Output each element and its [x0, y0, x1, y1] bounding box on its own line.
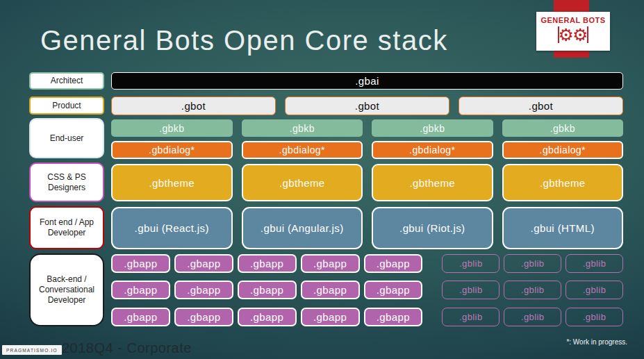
gbui-react-box: .gbui (React.js) [111, 207, 233, 249]
backend-row-2: .gbapp .gbapp .gbapp .gbapp .gbapp .gbli… [111, 281, 623, 299]
gbtheme-box: .gbtheme [502, 164, 624, 201]
row-gbdialog: .gbdialog* .gbdialog* .gbdialog* .gbdial… [111, 141, 623, 159]
row-gbot: .gbot .gbot .gbot [111, 97, 623, 115]
backend-row-1: .gbapp .gbapp .gbapp .gbapp .gbapp .gbli… [111, 254, 623, 273]
gear-icon: ⚙ [572, 26, 588, 44]
gbapp-box: .gbapp [111, 308, 170, 326]
gbdialog-box: .gbdialog* [372, 141, 493, 159]
gbapp-box: .gbapp [301, 308, 360, 326]
row-gbkb: .gbkb .gbkb .gbkb .gbkb [111, 119, 623, 137]
gbapp-box: .gbapp [364, 254, 423, 273]
gblib-box: .gblib [504, 308, 561, 326]
gear-icon: ⚙ [559, 26, 574, 44]
gblib-box: .gblib [442, 254, 499, 273]
role-label-product: Product [29, 97, 104, 115]
gblib-box: .gblib [442, 308, 499, 326]
page-title: General Bots Open Core stack [40, 25, 448, 56]
role-label-designers: CSS & PS Designers [29, 162, 104, 202]
row-gbtheme: .gbtheme .gbtheme .gbtheme .gbtheme [111, 164, 623, 201]
gbot-box: .gbot [459, 97, 623, 115]
gbui-angular-box: .gbui (Angular.js) [242, 207, 363, 249]
slide: General Bots Open Core stack GENERAL BOT… [0, 0, 644, 359]
gbkb-box: .gbkb [111, 119, 233, 137]
gbtheme-box: .gbtheme [111, 164, 233, 201]
footer-caption: 2018Q4 - Corporate [62, 340, 192, 356]
gbapp-box: .gbapp [301, 254, 360, 273]
row-gbui: .gbui (React.js) .gbui (Angular.js) .gbu… [111, 207, 623, 249]
gbtheme-box: .gbtheme [372, 164, 493, 201]
work-in-progress-note: *: Work in progress. [566, 338, 627, 346]
gbui-html-box: .gbui (HTML) [502, 207, 624, 249]
role-label-architect: Architect [29, 72, 104, 90]
gblib-box: .gblib [565, 254, 623, 273]
gbdialog-box: .gbdialog* [242, 141, 363, 159]
gbot-box: .gbot [111, 97, 276, 115]
logo-gears: ⚙ ⚙ [536, 24, 610, 45]
gbtheme-box: .gbtheme [242, 164, 363, 201]
gbapp-box: .gbapp [111, 281, 170, 299]
gbapp-box: .gbapp [174, 281, 233, 299]
gbapp-box: .gbapp [174, 254, 233, 273]
logo-brand-text: GENERAL BOTS [536, 16, 610, 24]
gbapp-box: .gbapp [111, 254, 170, 273]
gbdialog-box: .gbdialog* [502, 141, 624, 159]
gbdialog-box: .gbdialog* [111, 141, 233, 159]
gbapp-box: .gbapp [238, 308, 297, 326]
logo-bar-right [587, 26, 588, 43]
gbai-box: .gbai [111, 72, 623, 90]
gblib-box: .gblib [442, 281, 499, 299]
role-label-end-user: End-user [29, 118, 104, 158]
gbui-riot-box: .gbui (Riot.js) [372, 207, 493, 249]
gbot-box: .gbot [285, 97, 449, 115]
role-label-frontend: Font end / App Developer [29, 206, 104, 249]
gbapp-box: .gbapp [364, 308, 423, 326]
gblib-box: .gblib [504, 254, 561, 273]
gbapp-box: .gbapp [174, 308, 233, 326]
gblib-box: .gblib [504, 281, 561, 299]
gbkb-box: .gbkb [242, 119, 363, 137]
gbapp-box: .gbapp [301, 281, 360, 299]
gbapp-box: .gbapp [364, 281, 423, 299]
gblib-box: .gblib [565, 281, 623, 299]
role-label-backend: Back-end / Conversational Developer [29, 253, 104, 326]
general-bots-logo: GENERAL BOTS ⚙ ⚙ [536, 12, 610, 51]
gbkb-box: .gbkb [502, 119, 624, 137]
gblib-box: .gblib [565, 308, 623, 326]
row-gbai: .gbai [111, 72, 623, 90]
gbapp-box: .gbapp [238, 254, 297, 273]
pragmatismo-badge: PRAGMATISMO.IO [2, 345, 62, 355]
backend-row-3: .gbapp .gbapp .gbapp .gbapp .gbapp .gbli… [111, 308, 623, 326]
gbapp-box: .gbapp [238, 281, 297, 299]
gbkb-box: .gbkb [372, 119, 493, 137]
